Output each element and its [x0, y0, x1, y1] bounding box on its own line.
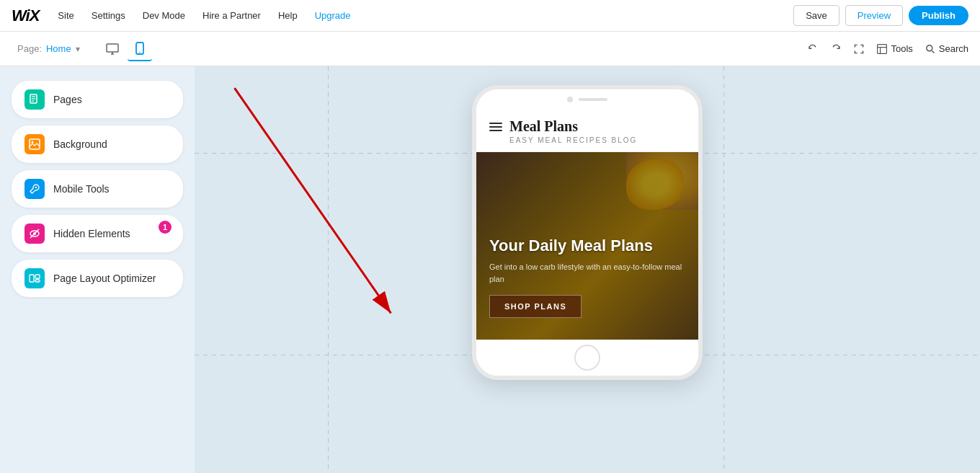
hero-title: Your Daily Meal Plans: [489, 236, 685, 255]
hamburger-line-3: [489, 130, 502, 131]
hero-subtitle: Get into a low carb lifestyle with an ea…: [489, 261, 685, 285]
canvas-area: Meal Plans Easy Meal Recipes Blog Your D…: [195, 66, 980, 473]
page-layout-optimizer-icon: [24, 268, 45, 288]
svg-rect-14: [30, 139, 40, 149]
toolbar-right: Tools Search: [807, 43, 968, 55]
site-title: Meal Plans: [509, 118, 578, 135]
sidebar-item-hidden-elements[interactable]: Hidden Elements 1: [12, 215, 183, 252]
wix-logo: WiX: [12, 6, 39, 25]
mobile-view-icon[interactable]: [128, 37, 152, 61]
hidden-elements-icon: [24, 224, 45, 244]
svg-rect-5: [878, 44, 887, 53]
menu-item-settings[interactable]: Settings: [84, 7, 133, 24]
svg-line-24: [235, 88, 391, 313]
hamburger-line-2: [489, 126, 502, 128]
site-header-top: Meal Plans: [489, 118, 685, 135]
undo-button[interactable]: [807, 43, 819, 55]
desktop-view-icon[interactable]: [100, 37, 125, 61]
pages-label: Pages: [53, 94, 82, 105]
background-icon: [24, 134, 45, 154]
svg-rect-21: [35, 275, 40, 278]
publish-button[interactable]: Publish: [909, 6, 968, 25]
svg-point-8: [927, 45, 932, 50]
search-label: Search: [939, 43, 968, 54]
site-subtitle: Easy Meal Recipes Blog: [489, 136, 685, 144]
svg-rect-0: [107, 44, 118, 52]
menu-item-upgrade[interactable]: Upgrade: [308, 7, 358, 24]
home-button[interactable]: [574, 345, 600, 371]
fit-screen-button[interactable]: [853, 43, 865, 55]
secondary-toolbar: Page: Home ▾ Tools Search: [0, 32, 980, 66]
sidebar-item-pages[interactable]: Pages: [12, 81, 183, 118]
svg-point-15: [32, 141, 34, 143]
phone-camera: [567, 97, 573, 102]
search-button[interactable]: Search: [925, 43, 968, 55]
menu-item-site[interactable]: Site: [50, 7, 81, 24]
top-right-actions: Save Preview Publish: [793, 5, 968, 26]
mobile-tools-icon: [24, 179, 45, 199]
top-menu-bar: WiX Site Settings Dev Mode Hire a Partne…: [0, 0, 980, 32]
phone-notch: [476, 89, 698, 110]
grid-line-v1: [328, 66, 329, 473]
site-header: Meal Plans Easy Meal Recipes Blog: [476, 110, 698, 152]
tools-button[interactable]: Tools: [876, 43, 912, 55]
sidebar-item-mobile-tools[interactable]: Mobile Tools: [12, 170, 183, 208]
preview-button[interactable]: Preview: [845, 5, 903, 26]
mobile-tools-label: Mobile Tools: [53, 183, 110, 195]
page-label: Page:: [17, 43, 42, 54]
pages-icon: [24, 89, 45, 110]
menu-item-dev-mode[interactable]: Dev Mode: [135, 7, 192, 24]
save-button[interactable]: Save: [793, 5, 839, 26]
main-layout: Pages Background Mobile Tools Hidden Ele…: [0, 66, 980, 473]
svg-rect-20: [30, 275, 34, 282]
svg-line-9: [932, 50, 934, 53]
tools-label: Tools: [891, 43, 912, 54]
hero-cta-button[interactable]: SHOP PLANS: [489, 295, 582, 318]
hidden-elements-badge: 1: [159, 221, 172, 234]
svg-point-16: [35, 187, 37, 188]
grid-line-v2: [723, 66, 724, 473]
phone-speaker: [579, 98, 607, 101]
page-selector[interactable]: Page: Home ▾: [12, 40, 86, 57]
svg-point-4: [139, 51, 141, 53]
phone-bottom: [476, 340, 698, 376]
hero-content: Your Daily Meal Plans Get into a low car…: [489, 236, 685, 318]
hero-section: Your Daily Meal Plans Get into a low car…: [476, 152, 698, 340]
phone-mockup: Meal Plans Easy Meal Recipes Blog Your D…: [472, 85, 703, 380]
redo-button[interactable]: [830, 43, 842, 55]
menu-item-help[interactable]: Help: [271, 7, 305, 24]
sidebar-item-page-layout-optimizer[interactable]: Page Layout Optimizer: [12, 260, 183, 297]
wix-logo-text: WiX: [12, 6, 39, 25]
page-name: Home: [46, 43, 71, 54]
sidebar-item-background[interactable]: Background: [12, 125, 183, 163]
page-layout-optimizer-label: Page Layout Optimizer: [53, 273, 156, 284]
menu-item-hire-partner[interactable]: Hire a Partner: [195, 7, 268, 24]
svg-rect-22: [35, 280, 40, 282]
sidebar: Pages Background Mobile Tools Hidden Ele…: [0, 66, 195, 473]
hamburger-line-1: [489, 123, 502, 124]
background-label: Background: [53, 138, 107, 150]
hidden-elements-label: Hidden Elements: [53, 228, 130, 239]
view-mode-icons: [100, 37, 152, 61]
hamburger-icon[interactable]: [489, 123, 502, 131]
chevron-down-icon: ▾: [76, 44, 80, 54]
